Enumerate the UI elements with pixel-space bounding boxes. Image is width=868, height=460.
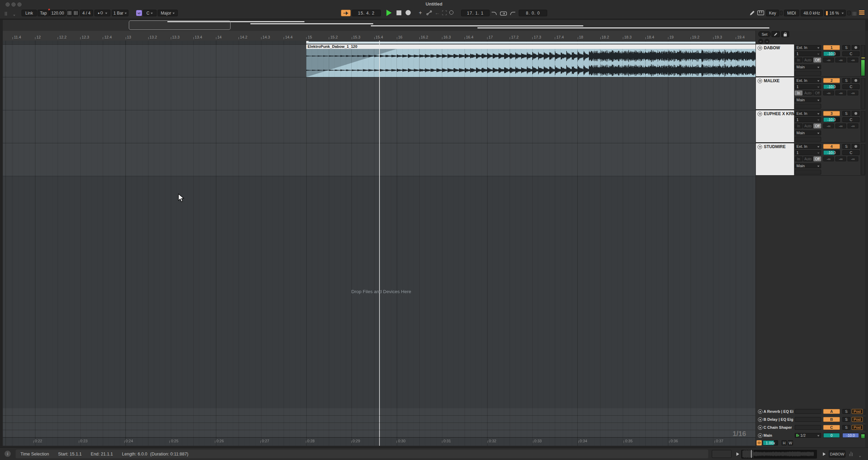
send-c-box[interactable]: -∞: [848, 91, 858, 95]
adaptive-zoom-button[interactable]: [757, 440, 762, 445]
view-options-caret[interactable]: [12, 11, 15, 18]
return-key-badge[interactable]: B: [823, 417, 840, 422]
monitor-off-button[interactable]: Off: [813, 58, 821, 62]
pan-box[interactable]: C: [842, 51, 860, 56]
volume-box[interactable]: -10.0: [823, 51, 840, 56]
send-b-box[interactable]: -∞: [835, 156, 846, 161]
loop-button-icon[interactable]: [500, 11, 507, 17]
solo-button[interactable]: S: [842, 111, 850, 116]
send-a-box[interactable]: -∞: [823, 123, 834, 128]
draw-mode-pencil-icon[interactable]: [749, 10, 755, 17]
pan-box[interactable]: C: [842, 117, 860, 122]
return-track-row[interactable]: B Delay | EQ Eig B S Post: [756, 416, 866, 423]
send-a-box[interactable]: -∞: [823, 58, 834, 62]
track-fold-button[interactable]: [758, 112, 762, 116]
preview-track-name[interactable]: DABOW: [829, 450, 845, 458]
solo-button[interactable]: S: [842, 144, 850, 149]
input-type-menu[interactable]: Ext. In: [795, 78, 821, 83]
set-button[interactable]: Set: [758, 31, 771, 37]
input-type-menu[interactable]: Ext. In: [795, 45, 821, 50]
nudge-up-button[interactable]: [73, 10, 79, 16]
follow-button[interactable]: [341, 10, 351, 16]
track-header[interactable]: STUDMIRE Ext. In 1 In Auto Off Main 4 S …: [756, 143, 866, 176]
time-signature-display[interactable]: 4 / 4: [80, 10, 93, 16]
input-type-menu[interactable]: Ext. In: [795, 144, 821, 149]
output-menu[interactable]: Main: [795, 97, 821, 102]
scale-root-menu[interactable]: C: [143, 10, 157, 16]
input-type-menu[interactable]: Ext. In: [795, 111, 821, 116]
track-fold-button[interactable]: [758, 79, 762, 83]
return-track-row[interactable]: A Reverb | EQ Ei A S Post: [756, 408, 866, 415]
zoom-amount[interactable]: 1.00x: [763, 440, 778, 445]
send-a-box[interactable]: -∞: [823, 156, 834, 161]
return-lane-a[interactable]: [3, 408, 756, 416]
solo-button[interactable]: S: [842, 45, 850, 50]
link-button[interactable]: Link: [22, 10, 37, 16]
monitor-auto-button[interactable]: Auto: [803, 156, 813, 161]
return-post-button[interactable]: Post: [852, 417, 863, 422]
pan-box[interactable]: C: [842, 150, 860, 155]
return-fold-button[interactable]: [758, 417, 762, 422]
volume-box[interactable]: -10.0: [823, 84, 840, 89]
monitor-off-button[interactable]: Off: [813, 91, 821, 95]
next-marker-button[interactable]: →: [765, 39, 769, 44]
input-channel-menu[interactable]: 1: [795, 150, 821, 155]
return-post-button[interactable]: Post: [852, 425, 863, 430]
main-volume[interactable]: -10.0: [842, 433, 859, 438]
overview-viewport[interactable]: [129, 20, 231, 30]
return-solo-button[interactable]: S: [842, 417, 850, 422]
arm-button[interactable]: [852, 144, 860, 149]
monitor-in-button[interactable]: In: [795, 123, 802, 128]
punch-in-icon[interactable]: [491, 11, 498, 17]
quantize-menu[interactable]: 1 Bar: [112, 10, 128, 16]
arm-button[interactable]: [852, 78, 860, 83]
send-a-box[interactable]: -∞: [823, 91, 834, 95]
send-c-box[interactable]: -∞: [848, 123, 858, 128]
return-lane-b[interactable]: [3, 416, 756, 423]
send-b-box[interactable]: -∞: [835, 91, 846, 95]
return-track-row[interactable]: C Chain Shaper C S Post: [756, 424, 866, 431]
return-fold-button[interactable]: [758, 425, 762, 430]
input-channel-menu[interactable]: 1: [795, 51, 821, 56]
view-options-icon[interactable]: [5, 11, 8, 17]
playhead[interactable]: [379, 41, 380, 446]
arm-button[interactable]: [852, 45, 860, 50]
loop-length-display[interactable]: 8. 0. 0: [519, 10, 547, 16]
record-button[interactable]: [406, 10, 411, 15]
send-b-box[interactable]: -∞: [835, 123, 846, 128]
send-c-box[interactable]: -∞: [848, 58, 858, 62]
main-track-row[interactable]: Main 1/2 0 -10.0: [756, 432, 866, 439]
return-lane-main[interactable]: [3, 430, 756, 437]
track-delay-box[interactable]: [795, 104, 821, 109]
output-menu[interactable]: Main: [795, 163, 821, 168]
return-delay-box[interactable]: [795, 409, 821, 414]
lock-button[interactable]: [781, 31, 789, 37]
arrangement-position-display[interactable]: 15. 4. 2: [352, 10, 381, 16]
return-key-badge[interactable]: C: [823, 425, 840, 430]
cue-volume[interactable]: 0: [823, 433, 840, 438]
stop-button[interactable]: [397, 10, 401, 15]
monitor-auto-button[interactable]: Auto: [803, 91, 813, 95]
monitor-in-button[interactable]: In: [795, 58, 802, 62]
track-name-cell[interactable]: EUPHEE X KRMA: [756, 110, 794, 142]
track-header[interactable]: EUPHEE X KRMA Ext. In 1 In Auto Off Main…: [756, 110, 866, 143]
return-lane-c[interactable]: [3, 423, 756, 430]
track-name-cell[interactable]: STUDMIRE: [756, 143, 794, 175]
track-fold-button[interactable]: [758, 145, 762, 149]
re-enable-automation-icon[interactable]: ←: [435, 10, 440, 16]
send-b-box[interactable]: -∞: [835, 58, 846, 62]
track-fold-button[interactable]: [758, 46, 762, 50]
info-icon[interactable]: i: [5, 451, 11, 457]
pencil-plus-icon[interactable]: +: [419, 10, 422, 16]
beat-time-ruler[interactable]: 11.41212.212.312.41313.213.313.41414.214…: [3, 31, 756, 41]
zoom-width-button[interactable]: W: [788, 440, 793, 445]
arrangement-area[interactable]: ElektroPunk_Dabow_1_120 Drop Files and D…: [3, 41, 756, 446]
send-c-box[interactable]: -∞: [848, 156, 858, 161]
fold-icon[interactable]: [758, 433, 762, 438]
key-map-button[interactable]: Key: [766, 10, 779, 16]
monitor-auto-button[interactable]: Auto: [803, 123, 813, 128]
return-solo-button[interactable]: S: [842, 425, 850, 430]
preview-play-icon[interactable]: [736, 452, 739, 456]
return-fold-button[interactable]: [758, 409, 762, 414]
track-number-badge[interactable]: 2: [823, 78, 840, 83]
